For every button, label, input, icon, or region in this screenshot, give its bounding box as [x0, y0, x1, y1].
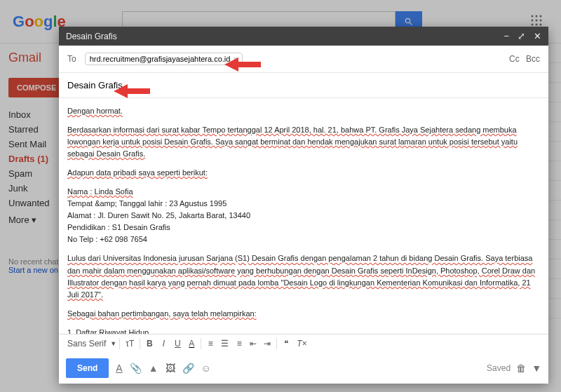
drive-icon[interactable]: ▲ — [149, 363, 158, 374]
arrow-annotation-to — [224, 56, 261, 76]
close-icon[interactable]: ✕ — [534, 31, 541, 41]
body-p1: Dengan hormat. — [67, 107, 123, 115]
more-options-icon[interactable]: ▼ — [532, 363, 541, 374]
arrow-annotation-subject — [114, 83, 150, 102]
font-size-icon[interactable]: τT — [123, 337, 137, 350]
indent-less-icon[interactable]: ⇤ — [247, 337, 259, 350]
saved-label: Saved — [487, 363, 511, 373]
body-p3: Adapun data pribadi saya seperti berikut… — [67, 168, 208, 177]
numbered-list-icon[interactable]: ☰ — [218, 337, 231, 350]
bold-icon[interactable]: B — [143, 337, 156, 350]
bullet-list-icon[interactable]: ≡ — [233, 337, 245, 350]
body-l1: 1. Daftar Riwayat Hidup — [67, 328, 149, 334]
body-p2: Berdasarkan informasi dari surat kabar T… — [67, 126, 518, 158]
compose-window: Desain Grafis − ⤢ ✕ To hrd.recruitmen@gr… — [59, 27, 548, 384]
trash-icon[interactable]: 🗑 — [516, 363, 526, 374]
svg-marker-10 — [114, 84, 150, 98]
body-p6: Sebagai bahan pertimbangan, saya telah m… — [67, 309, 257, 318]
align-icon[interactable]: ≡ — [204, 337, 217, 350]
send-button[interactable]: Send — [66, 358, 109, 378]
italic-icon[interactable]: I — [157, 337, 170, 350]
body-p5: Lulus dari Universitas Indonesia jurusan… — [67, 254, 535, 298]
font-select[interactable]: Sans Serif — [65, 337, 109, 350]
recipient-email: hrd.recruitmen@grafisjayasejahtera.co.id — [90, 55, 231, 63]
compose-body[interactable]: Dengan hormat. Berdasarkan informasi dar… — [59, 98, 548, 334]
body-birth: Tempat &amp; Tanggal lahir : 23 Agustus … — [67, 199, 227, 208]
link-icon[interactable]: 🔗 — [182, 363, 194, 374]
bcc-link[interactable]: Bcc — [526, 54, 540, 64]
compose-title: Desain Grafis — [66, 32, 495, 41]
recipient-chip[interactable]: hrd.recruitmen@grafisjayasejahtera.co.id… — [85, 53, 243, 65]
attach-icon[interactable]: 📎 — [130, 363, 142, 374]
text-format-icon[interactable]: A — [116, 363, 122, 374]
remove-format-icon[interactable]: T× — [294, 337, 309, 350]
format-toolbar: Sans Serif▼ τT B I U A ≡ ☰ ≡ ⇤ ⇥ ❝ T× — [59, 334, 548, 353]
photo-icon[interactable]: 🖼 — [165, 363, 175, 374]
body-name: Nama : Linda Sofia — [67, 187, 133, 196]
text-color-icon[interactable]: A — [185, 337, 198, 350]
body-address: Alamat : Jl. Duren Sawit No. 25, Jakarta… — [67, 211, 250, 219]
expand-icon[interactable]: ⤢ — [518, 31, 525, 41]
svg-marker-9 — [224, 58, 261, 72]
body-phone: No Telp : +62 098 7654 — [67, 235, 147, 243]
underline-icon[interactable]: U — [171, 337, 184, 350]
minimize-icon[interactable]: − — [503, 31, 509, 41]
cc-link[interactable]: Cc — [509, 54, 520, 64]
indent-more-icon[interactable]: ⇥ — [261, 337, 273, 350]
emoji-icon[interactable]: ☺ — [201, 363, 211, 374]
quote-icon[interactable]: ❝ — [280, 337, 292, 350]
body-education: Pendidikan : S1 Desain Grafis — [67, 223, 170, 231]
to-label: To — [67, 54, 76, 64]
